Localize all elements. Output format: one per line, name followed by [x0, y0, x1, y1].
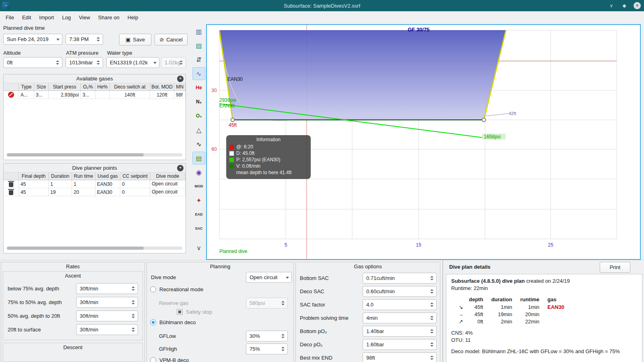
- menu-view[interactable]: View: [75, 12, 94, 23]
- mod-toggle-icon[interactable]: MOD: [192, 180, 205, 193]
- menu-file[interactable]: File: [2, 12, 18, 23]
- col-type[interactable]: Type: [19, 83, 34, 91]
- spinner-arrows[interactable]: [97, 58, 101, 68]
- spinner-arrows[interactable]: [281, 331, 285, 341]
- col-run-time[interactable]: Run time: [72, 173, 95, 180]
- profile-settings-icon[interactable]: ▥: [192, 25, 205, 38]
- ceiling-toggle-icon[interactable]: △: [192, 123, 205, 136]
- spinner-arrows[interactable]: [132, 284, 136, 294]
- po2-toggle-icon[interactable]: ∿: [192, 67, 205, 80]
- point-mode-cell[interactable]: Open circuit: [150, 180, 186, 188]
- gflow-spin[interactable]: 30%: [246, 331, 288, 341]
- sac-factor-spin[interactable]: 4.0: [363, 299, 437, 310]
- col-final-depth[interactable]: Final depth: [19, 173, 49, 180]
- n2-toggle-icon[interactable]: N₂: [192, 95, 205, 108]
- dive-time-spin[interactable]: 7:38 PM: [66, 34, 103, 45]
- ead-toggle-icon[interactable]: EAD: [192, 208, 205, 221]
- best-mix-end-spin[interactable]: 98ft: [363, 352, 437, 362]
- ascent-rate-spin-4[interactable]: 30ft/min: [76, 324, 138, 335]
- maximize-icon[interactable]: ◆: [621, 2, 628, 9]
- dive-profile-chart[interactable]: GF 30/75 EAN30 2938psi EAN30 45ft 42ft 1…: [206, 24, 641, 260]
- col-size[interactable]: Size: [34, 83, 49, 91]
- menu-help[interactable]: Help: [124, 12, 142, 23]
- col-start-press[interactable]: Start press: [49, 83, 81, 91]
- minimize-icon[interactable]: ∨: [608, 2, 615, 9]
- point-duration-cell[interactable]: 1: [49, 180, 72, 188]
- delete-point-icon[interactable]: [4, 180, 19, 188]
- altitude-spin[interactable]: 0ft: [3, 57, 62, 68]
- menu-edit[interactable]: Edit: [18, 12, 35, 23]
- he-toggle-icon[interactable]: He: [192, 81, 205, 94]
- spinner-arrows[interactable]: [281, 344, 285, 354]
- point-gas-cell[interactable]: EAN30: [95, 188, 120, 196]
- vpmb-deco-option[interactable]: VPM-B deco: [150, 357, 189, 362]
- waypoint-handle[interactable]: [482, 118, 486, 122]
- spinner-arrows[interactable]: [430, 286, 434, 296]
- col-deco-switch[interactable]: Deco switch at: [110, 83, 150, 91]
- spinner-arrows[interactable]: [430, 326, 434, 336]
- edit-profile-icon[interactable]: ⇵: [192, 53, 205, 66]
- gas-bot-mod-cell[interactable]: 120ft: [150, 91, 174, 99]
- gas-deco-switch-cell[interactable]: 140ft: [110, 91, 150, 99]
- gases-hscrollbar[interactable]: [7, 153, 182, 156]
- heartrate-toggle-icon[interactable]: ∿: [192, 138, 205, 150]
- delete-cylinder-icon[interactable]: [4, 91, 19, 99]
- gas-type-cell[interactable]: A...: [19, 91, 34, 99]
- col-cc-setpoint[interactable]: CC setpoint: [120, 173, 150, 180]
- col-mnd[interactable]: MN: [174, 83, 186, 91]
- add-gas-button[interactable]: +: [177, 76, 184, 82]
- point-setpoint-cell[interactable]: 0: [120, 188, 150, 196]
- spinner-arrows[interactable]: [430, 353, 434, 362]
- spinner-arrows[interactable]: [430, 273, 434, 283]
- recreational-mode-option[interactable]: Recreational mode: [150, 286, 203, 292]
- point-runtime-cell[interactable]: 1: [72, 180, 95, 188]
- point-duration-cell[interactable]: 19: [49, 188, 72, 196]
- buhlmann-deco-option[interactable]: Bühlmann deco: [150, 319, 196, 325]
- ascent-rate-spin-3[interactable]: 30ft/min: [76, 311, 138, 321]
- dive-date-combo[interactable]: Sun Feb 24, 2019: [3, 34, 62, 45]
- deco-po2-spin[interactable]: 1.60bar: [363, 339, 437, 350]
- col-bot-mod[interactable]: Bot. MOD: [150, 83, 174, 91]
- spinner-arrows[interactable]: [430, 313, 434, 323]
- col-dive-mode[interactable]: Dive mode: [150, 173, 186, 180]
- collapse-toolbar-icon[interactable]: ∨: [192, 241, 205, 254]
- bottom-po2-spin[interactable]: 1.40bar: [363, 326, 437, 337]
- sac-toggle-icon[interactable]: SAC: [192, 222, 205, 235]
- diver-icon[interactable]: ✦: [192, 194, 205, 207]
- gas-o2-cell[interactable]: 3...: [81, 91, 95, 99]
- ascent-rate-spin-2[interactable]: 30ft/min: [76, 297, 138, 308]
- problem-time-spin[interactable]: 4min: [363, 313, 437, 323]
- point-mode-cell[interactable]: Open circuit: [150, 188, 186, 196]
- spinner-arrows[interactable]: [430, 339, 434, 350]
- gas-pressure-toggle-icon[interactable]: ◉: [192, 166, 205, 179]
- spinner-arrows[interactable]: [430, 300, 434, 310]
- spinner-arrows[interactable]: [132, 311, 136, 321]
- menu-log[interactable]: Log: [58, 12, 75, 23]
- spinner-arrows[interactable]: [132, 297, 136, 307]
- deco-sac-spin[interactable]: 0.60cuft/min: [363, 286, 437, 297]
- save-button[interactable]: ▣ Save: [119, 34, 151, 45]
- atm-pressure-spin[interactable]: 1013mbar: [66, 57, 103, 68]
- water-type-combo[interactable]: EN13319 (1.02k: [106, 57, 159, 68]
- point-runtime-cell[interactable]: 20: [72, 188, 95, 196]
- bottom-sac-spin[interactable]: 0.71cuft/min: [363, 273, 437, 284]
- delete-point-icon[interactable]: [4, 188, 19, 196]
- gas-mnd-cell[interactable]: 98f: [174, 91, 186, 99]
- waypoint-handle[interactable]: [231, 118, 235, 122]
- spinner-arrows[interactable]: [56, 58, 60, 68]
- close-icon[interactable]: ×: [634, 2, 641, 9]
- gas-size-cell[interactable]: 3...: [34, 91, 49, 99]
- gas-start-press-cell[interactable]: 2,938psi: [49, 91, 81, 99]
- col-used-gas[interactable]: Used gas: [95, 173, 120, 180]
- point-setpoint-cell[interactable]: 0: [120, 180, 150, 188]
- point-gas-cell[interactable]: EAN30: [95, 180, 120, 188]
- radio-unchecked-icon[interactable]: [150, 286, 156, 292]
- ascent-rate-spin-1[interactable]: 30ft/min: [76, 283, 138, 294]
- col-duration[interactable]: Duration: [49, 173, 72, 180]
- splitter-handle[interactable]: [442, 260, 443, 362]
- spinner-arrows[interactable]: [132, 325, 136, 335]
- tissues-toggle-icon[interactable]: ▤: [192, 152, 205, 165]
- dive-mode-combo[interactable]: Open circuit: [246, 272, 292, 283]
- add-point-button[interactable]: +: [177, 165, 184, 171]
- spinner-arrows[interactable]: [97, 34, 101, 44]
